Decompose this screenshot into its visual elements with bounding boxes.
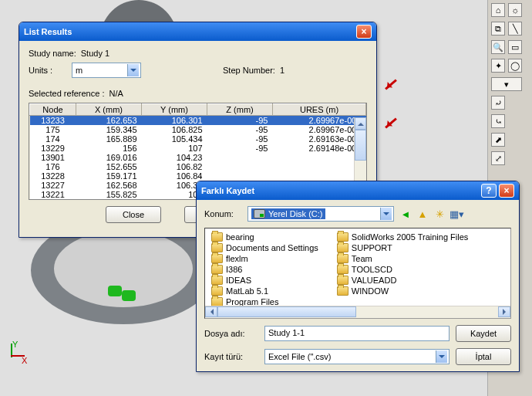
folder-item[interactable]: bearing [210, 232, 320, 242]
close-icon[interactable]: × [499, 184, 514, 198]
folder-label: VALUEADD [352, 276, 396, 285]
folder-label: TOOLSCD [352, 265, 392, 274]
folder-icon [337, 276, 348, 285]
table-cell: 155.825 [76, 190, 142, 199]
selected-reference-value: N/A [109, 89, 123, 98]
column-header[interactable]: Y (mm) [142, 104, 207, 116]
folder-item[interactable]: IDEAS [210, 275, 320, 286]
resize-icon[interactable]: ⤢ [491, 151, 505, 165]
close-button[interactable]: Close [106, 206, 161, 223]
star-icon[interactable]: ✦ [491, 59, 505, 73]
folder-item[interactable]: Documents and Settings [210, 242, 320, 253]
view-icon[interactable]: ☼ [508, 3, 522, 17]
up-one-level-icon[interactable]: ▲ [416, 207, 429, 221]
scrollbar-thumb[interactable] [355, 130, 366, 161]
rotate-cw-icon[interactable]: ⤾ [491, 96, 505, 110]
column-header[interactable]: Z (mm) [207, 104, 273, 116]
table-cell: 105.434 [142, 134, 207, 144]
filename-input[interactable]: Study 1-1 [264, 326, 450, 341]
scrollbar-thumb[interactable] [217, 306, 356, 317]
table-row[interactable]: 13233162.653106.301-952.69967e-008 [30, 116, 366, 126]
folder-item[interactable]: VALUEADD [335, 275, 470, 286]
table-cell: 2.69967e-008 [273, 125, 366, 134]
back-icon[interactable]: ◄ [399, 207, 412, 221]
table-cell: 106.84 [142, 171, 207, 181]
column-header[interactable]: X (mm) [76, 104, 142, 116]
chevron-down-icon[interactable] [380, 208, 392, 220]
folder-label: WINDOW [352, 286, 389, 296]
new-folder-icon[interactable]: ✳ [433, 207, 446, 221]
column-header[interactable]: URES (m) [273, 104, 366, 116]
table-cell: 156 [76, 144, 142, 153]
folder-label: bearing [226, 232, 254, 242]
table-row[interactable]: 13229156107-952.69148e-008 [30, 144, 366, 153]
table-cell: 106.82 [142, 162, 207, 171]
folder-item[interactable]: SolidWorks 2005 Training Files [335, 232, 470, 242]
circle-tool-icon[interactable]: ◯ [508, 59, 522, 73]
titlebar[interactable]: Farklı Kaydet ? × [197, 181, 519, 200]
folder-item[interactable]: I386 [210, 264, 320, 275]
table-cell [273, 153, 366, 162]
table-cell: 106.301 [142, 116, 207, 126]
table-row[interactable]: 176152.655106.82 [30, 162, 366, 171]
folder-item[interactable]: SUPPORT [335, 242, 470, 253]
dropdown-tool[interactable]: ▾ [491, 77, 522, 91]
table-row[interactable]: 13901169.016104.23 [30, 153, 366, 162]
scroll-up-icon[interactable] [355, 117, 366, 130]
table-cell: 174 [30, 134, 76, 144]
table-row[interactable]: 175159.345106.825-952.69967e-008 [30, 125, 366, 134]
folder-item[interactable]: MatLab 5.1 [210, 286, 320, 296]
table-cell: 13233 [30, 116, 76, 126]
tool-icon[interactable]: ⧉ [491, 22, 505, 36]
folder-item[interactable]: Team [335, 253, 470, 264]
folder-label: I386 [226, 265, 242, 274]
table-cell: 152.655 [76, 162, 142, 171]
help-icon[interactable]: ? [481, 184, 497, 198]
location-combo[interactable]: Yerel Disk (C:) [247, 206, 394, 222]
views-icon[interactable]: ▦▾ [450, 207, 463, 221]
folder-item[interactable]: flexlm [210, 253, 320, 264]
chevron-down-icon[interactable] [127, 64, 139, 76]
table-cell [207, 162, 273, 171]
filetype-combo[interactable]: Excel File (".csv) [264, 349, 450, 364]
step-number-value: 1 [280, 66, 285, 75]
table-cell [273, 171, 366, 181]
rect-tool-icon[interactable]: ▭ [508, 40, 522, 54]
scroll-left-icon[interactable] [205, 306, 217, 317]
rotate-ccw-icon[interactable]: ⤿ [491, 114, 505, 128]
units-value: m [76, 66, 82, 75]
step-number-label: Step Number: [223, 66, 275, 75]
folder-icon [337, 254, 348, 263]
pan-icon[interactable]: ⬈ [491, 133, 505, 147]
folder-label: MatLab 5.1 [226, 286, 268, 296]
folder-icon [211, 254, 223, 263]
folder-icon [337, 232, 348, 242]
table-cell: 2.69163e-008 [273, 134, 366, 144]
disk-icon [254, 209, 265, 218]
table-cell: 2.69148e-008 [273, 144, 366, 153]
titlebar[interactable]: List Results × [19, 22, 376, 41]
folder-item[interactable]: WINDOW [335, 286, 470, 296]
column-header[interactable]: Node [30, 104, 76, 116]
folder-icon [211, 232, 223, 242]
horizontal-scrollbar[interactable] [205, 306, 510, 318]
table-cell: 169.016 [76, 153, 142, 162]
folder-icon [211, 243, 223, 252]
search-icon[interactable]: 🔍 [491, 40, 505, 54]
window-title: List Results [24, 27, 72, 36]
table-cell: -95 [207, 116, 273, 126]
file-list-pane[interactable]: bearingDocuments and SettingsflexlmI386I… [204, 228, 511, 319]
scroll-right-icon[interactable] [498, 306, 510, 317]
table-cell: 13228 [30, 171, 76, 181]
line-tool-icon[interactable]: ╲ [508, 22, 522, 36]
home-icon[interactable]: ⌂ [491, 3, 505, 17]
table-row[interactable]: 174165.889105.434-952.69163e-008 [30, 134, 366, 144]
units-combo[interactable]: m [72, 63, 141, 78]
close-icon[interactable]: × [356, 25, 372, 39]
save-button[interactable]: Kaydet [456, 325, 511, 342]
folder-item[interactable]: TOOLSCD [335, 264, 470, 275]
table-row[interactable]: 13228159.171106.84 [30, 171, 366, 181]
annotation-arrow [385, 118, 397, 129]
cancel-button[interactable]: İptal [456, 348, 511, 365]
chevron-down-icon[interactable] [436, 350, 447, 363]
